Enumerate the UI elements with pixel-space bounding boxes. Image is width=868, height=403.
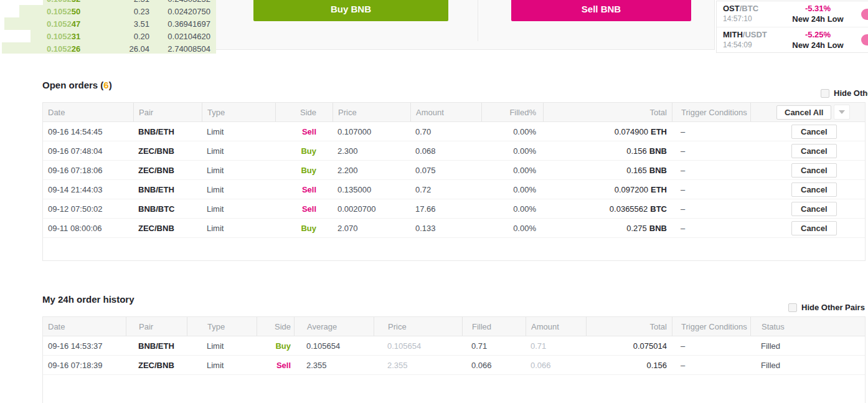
- alert-change-pct: -5.25%: [773, 30, 863, 39]
- col-side: Side: [257, 317, 294, 336]
- order-book-row[interactable]: 0.105252 2.31 0.24303252: [0, 0, 216, 5]
- cell-filled: 0.00%: [481, 161, 543, 179]
- order-book-row[interactable]: 0.105226 26.04 2.74008504: [0, 42, 216, 54]
- cell-average: 2.355: [294, 356, 374, 374]
- col-status: Status: [750, 317, 865, 336]
- cell-actions: Cancel: [750, 122, 865, 141]
- open-order-row: 09-14 21:44:03 BNB/ETH Limit Sell 0.1350…: [43, 180, 865, 199]
- cell-side: Sell: [275, 199, 333, 218]
- cancel-order-button[interactable]: Cancel: [791, 125, 837, 139]
- hide-other-pairs-toggle[interactable]: Hide Other Pairs: [788, 303, 865, 312]
- cell-status: Filled: [750, 356, 865, 374]
- order-book-row[interactable]: 0.105231 0.20 0.02104620: [0, 30, 216, 42]
- cell-side: Sell: [257, 356, 294, 374]
- cancel-order-button[interactable]: Cancel: [791, 202, 837, 216]
- order-history-table: Date Pair Type Side Average Price Filled…: [42, 316, 866, 403]
- cell-side: Buy: [275, 161, 333, 179]
- cell-total: 0.275BNB: [543, 219, 672, 237]
- cell-actions: Cancel: [750, 219, 865, 237]
- cell-side: Buy: [257, 336, 294, 355]
- sell-button[interactable]: Sell BNB: [511, 0, 691, 21]
- cell-type: Limit: [202, 199, 275, 218]
- cell-date: 09-16 07:18:39: [43, 356, 126, 374]
- cell-total: 0.074900ETH: [543, 122, 672, 141]
- cancel-order-button[interactable]: Cancel: [791, 183, 837, 197]
- ask-amount: 0.23: [134, 7, 149, 16]
- ask-amount: 0.20: [134, 32, 149, 41]
- alert-pair-block: MITH/USDT 14:54:09: [723, 30, 767, 49]
- cell-trigger: –: [672, 356, 750, 374]
- cell-total: 0.165BNB: [543, 161, 672, 179]
- ask-total: 0.02104620: [167, 32, 210, 41]
- cancel-order-button[interactable]: Cancel: [791, 144, 837, 158]
- cell-price: 0.107000: [333, 122, 410, 141]
- open-order-row: 09-12 07:50:02 BNB/BTC Limit Sell 0.0020…: [43, 199, 865, 219]
- col-pair: Pair: [133, 103, 202, 121]
- hide-other-pairs-toggle[interactable]: Hide Other Pairs: [821, 88, 868, 98]
- exchange-trading-page: 0.105252 2.31 0.24303252 0.105250 0.23 0…: [0, 0, 868, 403]
- alert-change-pct: -5.31%: [773, 4, 863, 13]
- ask-price: 0.105231: [47, 32, 80, 41]
- order-history-header: Date Pair Type Side Average Price Filled…: [43, 317, 865, 336]
- cell-filled: 0.00%: [481, 122, 543, 141]
- open-orders-table: Date Pair Type Side Price Amount Filled%…: [42, 102, 866, 261]
- chevron-down-icon: [839, 110, 845, 114]
- order-book-row[interactable]: 0.105250 0.23 0.02420750: [0, 5, 216, 17]
- col-price: Price: [374, 317, 462, 336]
- cell-price: 2.070: [333, 219, 410, 237]
- col-date: Date: [43, 317, 126, 336]
- ask-amount: 2.31: [134, 0, 149, 4]
- cell-filled: 0.00%: [481, 141, 543, 160]
- col-average: Average: [294, 317, 374, 336]
- cell-trigger: –: [672, 161, 750, 179]
- order-book-row[interactable]: 0.105247 3.51 0.36941697: [0, 17, 216, 30]
- alert-action-pill[interactable]: [861, 34, 868, 45]
- alert-pair: MITH/USDT: [723, 30, 767, 39]
- order-history-title: My 24h order history: [42, 294, 134, 305]
- cell-total: 0.075014: [586, 336, 672, 355]
- alert-time: 14:54:09: [723, 40, 767, 49]
- alert-action-pill[interactable]: [861, 9, 868, 20]
- cell-filled: 0.00%: [481, 180, 543, 199]
- cell-pair: ZEC/BNB: [133, 141, 202, 160]
- cell-filled: 0.066: [462, 356, 526, 374]
- cell-actions: Cancel: [750, 161, 865, 179]
- cell-filled: 0.00%: [481, 219, 543, 237]
- cell-pair: BNB/ETH: [133, 180, 202, 199]
- cancel-order-button[interactable]: Cancel: [791, 221, 837, 235]
- market-alert-row[interactable]: OST/BTC 14:57:10 -5.31% New 24h Low: [717, 1, 868, 27]
- col-type: Type: [187, 317, 257, 336]
- cell-pair: ZEC/BNB: [133, 219, 202, 237]
- cell-filled: 0.00%: [481, 199, 543, 218]
- ask-amount: 26.04: [129, 44, 149, 54]
- col-pair: Pair: [126, 317, 187, 336]
- cancel-all-button[interactable]: Cancel All: [776, 105, 831, 120]
- buy-button[interactable]: Buy BNB: [253, 0, 448, 21]
- cell-average: 0.105654: [294, 336, 374, 355]
- alert-change-block: -5.25% New 24h Low: [773, 30, 863, 50]
- cell-date: 09-16 07:18:06: [43, 161, 133, 179]
- market-alert-row[interactable]: MITH/USDT 14:54:09 -5.25% New 24h Low: [717, 27, 868, 53]
- cell-amount: 0.133: [410, 219, 481, 237]
- cell-total: 0.156: [586, 356, 672, 374]
- col-actions: Cancel All: [750, 103, 865, 121]
- open-orders-header: Date Pair Type Side Price Amount Filled%…: [43, 103, 865, 122]
- cell-trigger: –: [672, 219, 750, 237]
- cell-side: Sell: [275, 180, 333, 199]
- cancel-order-button[interactable]: Cancel: [791, 163, 837, 178]
- cell-type: Limit: [187, 336, 257, 355]
- cell-price: 2.300: [333, 141, 410, 160]
- col-total: Total: [543, 103, 672, 121]
- cell-pair: BNB/ETH: [133, 122, 202, 141]
- hide-other-pairs-checkbox[interactable]: [788, 303, 797, 312]
- cell-pair: ZEC/BNB: [133, 161, 202, 179]
- hide-other-pairs-checkbox[interactable]: [821, 89, 829, 98]
- alert-pair: OST/BTC: [723, 4, 758, 13]
- col-side: Side: [275, 103, 333, 121]
- col-trigger-conditions: Trigger Conditions: [672, 317, 750, 336]
- cell-side: Buy: [275, 141, 333, 160]
- alert-change-block: -5.31% New 24h Low: [773, 4, 863, 24]
- col-total: Total: [586, 317, 672, 336]
- cancel-all-dropdown[interactable]: [834, 105, 850, 120]
- cell-type: Limit: [202, 219, 275, 237]
